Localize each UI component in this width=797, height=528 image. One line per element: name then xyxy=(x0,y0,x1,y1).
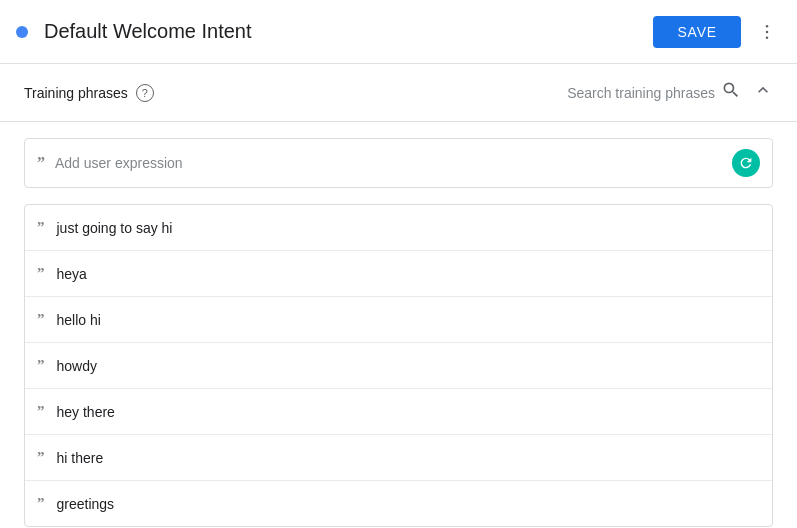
add-expression-input[interactable] xyxy=(55,155,732,171)
phrase-quote-icon: ” xyxy=(37,403,45,420)
phrase-row[interactable]: ”howdy xyxy=(25,343,772,389)
app-header: Default Welcome Intent SAVE xyxy=(0,0,797,64)
content-area: ” ”just going to say hi”heya”hello hi”ho… xyxy=(0,122,797,528)
phrase-quote-icon: ” xyxy=(37,265,45,282)
search-placeholder-text: Search training phrases xyxy=(567,85,715,101)
svg-point-0 xyxy=(766,24,769,27)
svg-point-1 xyxy=(766,30,769,33)
phrase-text: howdy xyxy=(57,358,97,374)
save-button[interactable]: SAVE xyxy=(653,16,741,48)
phrase-quote-icon: ” xyxy=(37,495,45,512)
page-title: Default Welcome Intent xyxy=(44,20,653,43)
phrases-list: ”just going to say hi”heya”hello hi”howd… xyxy=(24,204,773,527)
phrase-text: hey there xyxy=(57,404,115,420)
search-icon[interactable] xyxy=(721,80,741,105)
phrase-quote-icon: ” xyxy=(37,449,45,466)
status-dot xyxy=(16,26,28,38)
search-box: Search training phrases xyxy=(567,80,741,105)
phrase-row[interactable]: ”just going to say hi xyxy=(25,205,772,251)
help-icon[interactable]: ? xyxy=(136,84,154,102)
phrase-quote-icon: ” xyxy=(37,311,45,328)
phrase-text: hi there xyxy=(57,450,104,466)
add-expression-row[interactable]: ” xyxy=(24,138,773,188)
phrase-row[interactable]: ”greetings xyxy=(25,481,772,526)
phrase-text: hello hi xyxy=(57,312,101,328)
svg-point-2 xyxy=(766,36,769,39)
training-phrases-section-header: Training phrases ? Search training phras… xyxy=(0,64,797,122)
phrase-quote-icon: ” xyxy=(37,357,45,374)
more-options-button[interactable] xyxy=(753,18,781,46)
collapse-icon[interactable] xyxy=(753,80,773,105)
phrase-quote-icon: ” xyxy=(37,219,45,236)
phrase-text: heya xyxy=(57,266,87,282)
phrase-row[interactable]: ”hi there xyxy=(25,435,772,481)
phrase-text: just going to say hi xyxy=(57,220,173,236)
section-actions: Search training phrases xyxy=(567,80,773,105)
phrase-row[interactable]: ”hello hi xyxy=(25,297,772,343)
section-title: Training phrases xyxy=(24,85,128,101)
phrase-text: greetings xyxy=(57,496,115,512)
quote-icon: ” xyxy=(37,154,45,172)
phrase-row[interactable]: ”hey there xyxy=(25,389,772,435)
refresh-button[interactable] xyxy=(732,149,760,177)
phrase-row[interactable]: ”heya xyxy=(25,251,772,297)
